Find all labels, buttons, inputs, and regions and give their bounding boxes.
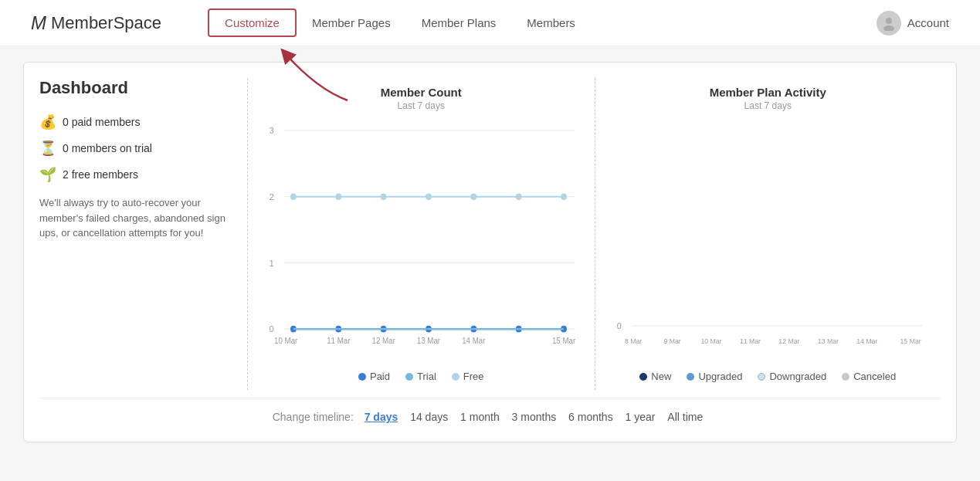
free-label: 2 free members <box>63 168 138 181</box>
member-plan-chart-area: 0 8 Mar 9 Mar 10 Mar 11 Mar 12 Mar 13 Ma… <box>611 119 926 366</box>
logo: M MemberSpace <box>31 12 161 34</box>
svg-text:11 Mar: 11 Mar <box>327 337 351 346</box>
left-panel: Dashboard 💰 0 paid members ⏳ 0 members o… <box>39 78 248 390</box>
svg-point-14 <box>470 193 476 200</box>
svg-text:0: 0 <box>270 324 274 334</box>
member-count-svg: 3 2 1 0 <box>263 119 579 351</box>
timeline-7days[interactable]: 7 days <box>365 411 398 423</box>
legend-free: Free <box>452 371 484 382</box>
svg-text:14 Mar: 14 Mar <box>462 337 486 346</box>
legend-free-label: Free <box>463 371 484 382</box>
logo-text: MemberSpace <box>51 13 161 33</box>
svg-text:3: 3 <box>270 126 274 136</box>
member-plan-title: Member Plan Activity <box>611 86 926 99</box>
trial-icon: ⏳ <box>39 140 56 157</box>
legend-canceled-dot <box>842 373 849 381</box>
member-count-chart-area: 3 2 1 0 <box>263 119 579 366</box>
legend-canceled: Canceled <box>842 371 896 382</box>
stat-trial: ⏳ 0 members on trial <box>39 140 232 157</box>
logo-m-icon: M <box>31 12 46 34</box>
svg-point-16 <box>561 193 567 200</box>
legend-paid-label: Paid <box>370 371 390 382</box>
svg-point-15 <box>516 193 522 200</box>
account-label: Account <box>907 16 949 29</box>
legend-trial: Trial <box>405 371 436 382</box>
member-count-legend: Paid Trial Free <box>263 371 579 382</box>
member-count-title: Member Count <box>263 86 579 99</box>
legend-trial-dot <box>405 373 413 381</box>
stat-free: 🌱 2 free members <box>39 166 232 183</box>
svg-text:15 Mar: 15 Mar <box>552 337 576 346</box>
legend-paid-dot <box>358 373 366 381</box>
nav-member-plans[interactable]: Member Plans <box>406 10 512 36</box>
timeline-alltime[interactable]: All time <box>667 411 703 423</box>
legend-trial-label: Trial <box>417 371 436 382</box>
svg-text:10 Mar: 10 Mar <box>700 337 721 345</box>
member-plan-svg: 0 8 Mar 9 Mar 10 Mar 11 Mar 12 Mar 13 Ma… <box>611 119 926 351</box>
timeline-6months[interactable]: 6 months <box>568 411 613 423</box>
svg-text:10 Mar: 10 Mar <box>274 337 298 346</box>
svg-text:2: 2 <box>270 192 274 202</box>
legend-free-dot <box>452 373 459 381</box>
member-plan-legend: New Upgraded Downgraded Canceled <box>611 371 926 382</box>
account-section[interactable]: Account <box>877 11 949 36</box>
svg-text:13 Mar: 13 Mar <box>817 337 838 345</box>
svg-text:13 Mar: 13 Mar <box>417 337 441 346</box>
timeline-label: Change timeline: <box>273 411 354 423</box>
legend-downgraded-label: Downgraded <box>769 371 826 382</box>
nav-customize[interactable]: Customize <box>208 8 297 37</box>
svg-point-0 <box>886 18 892 24</box>
svg-point-1 <box>883 25 894 31</box>
svg-text:0: 0 <box>616 321 621 331</box>
trial-label: 0 members on trial <box>63 142 152 154</box>
legend-new-label: New <box>651 371 671 382</box>
legend-downgraded-dot <box>758 373 765 381</box>
main-content: Dashboard 💰 0 paid members ⏳ 0 members o… <box>0 46 980 458</box>
svg-point-10 <box>290 193 297 200</box>
stat-paid: 💰 0 paid members <box>39 113 232 130</box>
svg-text:11 Mar: 11 Mar <box>739 337 760 345</box>
svg-point-11 <box>335 193 341 200</box>
svg-text:15 Mar: 15 Mar <box>900 337 921 345</box>
legend-new: New <box>639 371 671 382</box>
auto-recover-text: We'll always try to auto-recover your me… <box>39 195 232 241</box>
svg-text:1: 1 <box>270 258 274 268</box>
legend-downgraded: Downgraded <box>758 371 826 382</box>
member-count-panel: Member Count Last 7 days 3 2 1 0 <box>248 78 595 390</box>
svg-text:14 Mar: 14 Mar <box>856 337 877 345</box>
svg-text:12 Mar: 12 Mar <box>778 337 799 345</box>
timeline-1year[interactable]: 1 year <box>626 411 656 423</box>
timeline-1month[interactable]: 1 month <box>460 411 500 423</box>
timeline-3months[interactable]: 3 months <box>512 411 557 423</box>
svg-point-12 <box>381 193 387 200</box>
paid-icon: 💰 <box>39 113 56 130</box>
dashboard-layout: Dashboard 💰 0 paid members ⏳ 0 members o… <box>39 78 941 390</box>
nav-members[interactable]: Members <box>511 10 591 36</box>
svg-text:9 Mar: 9 Mar <box>663 337 680 345</box>
member-plan-panel: Member Plan Activity Last 7 days 0 8 Mar… <box>595 78 941 390</box>
legend-upgraded: Upgraded <box>687 371 742 382</box>
free-icon: 🌱 <box>39 166 56 183</box>
header: M MemberSpace Customize Member Pages Mem… <box>0 0 980 46</box>
legend-new-dot <box>639 373 647 381</box>
avatar-icon <box>877 11 901 36</box>
dashboard-card: Dashboard 💰 0 paid members ⏳ 0 members o… <box>23 62 957 442</box>
svg-text:8 Mar: 8 Mar <box>624 337 641 345</box>
svg-text:12 Mar: 12 Mar <box>371 337 395 346</box>
main-nav: Customize Member Pages Member Plans Memb… <box>208 8 877 37</box>
paid-label: 0 paid members <box>63 116 140 128</box>
legend-upgraded-dot <box>687 373 694 381</box>
timeline-14days[interactable]: 14 days <box>410 411 448 423</box>
legend-paid: Paid <box>358 371 390 382</box>
svg-point-13 <box>426 193 432 200</box>
legend-upgraded-label: Upgraded <box>698 371 742 382</box>
member-plan-subtitle: Last 7 days <box>611 100 926 111</box>
nav-member-pages[interactable]: Member Pages <box>297 10 406 36</box>
member-count-subtitle: Last 7 days <box>263 100 579 111</box>
timeline-section: Change timeline: 7 days 14 days 1 month … <box>39 398 941 426</box>
dashboard-title: Dashboard <box>39 78 232 98</box>
legend-canceled-label: Canceled <box>853 371 896 382</box>
